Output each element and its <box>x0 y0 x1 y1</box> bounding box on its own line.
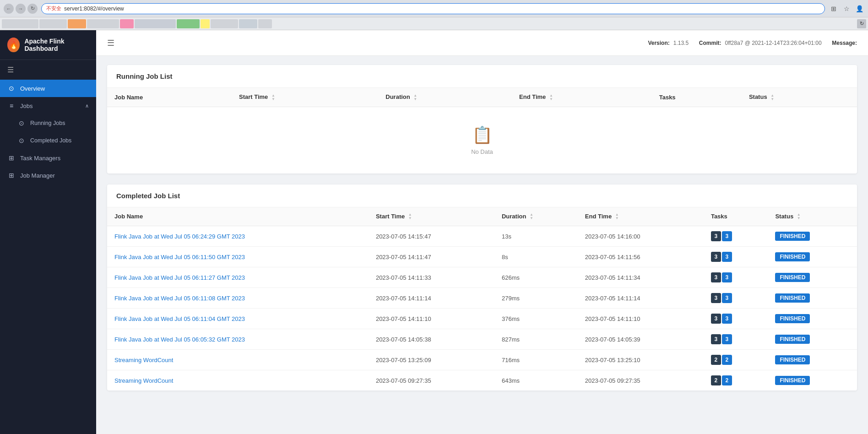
completed-col-duration: Duration ▲▼ <box>494 207 578 226</box>
tasks-cell: 3 3 <box>704 309 768 329</box>
tasks-badge: 3 3 <box>711 314 732 324</box>
extensions-button[interactable]: ⊞ <box>829 4 839 14</box>
toolbar-item-10 <box>239 19 257 28</box>
tasks-cell: 2 2 <box>704 370 768 391</box>
version-label: Version: <box>648 40 669 46</box>
table-row: Streaming WordCount 2023-07-05 13:25:09 … <box>107 350 857 370</box>
status-cell: FINISHED <box>768 226 857 247</box>
job-name-cell: Flink Java Job at Wed Jul 05 06:11:04 GM… <box>107 309 369 329</box>
job-name-link[interactable]: Streaming WordCount <box>114 377 173 384</box>
table-row: Streaming WordCount 2023-07-05 09:27:35 … <box>107 370 857 391</box>
no-data-icon: 📋 <box>125 125 839 145</box>
reload-button[interactable]: ↻ <box>27 4 38 14</box>
toolbar-refresh: ↻ <box>857 19 866 28</box>
job-name-link[interactable]: Flink Java Job at Wed Jul 05 06:11:08 GM… <box>114 295 245 302</box>
running-col-job-name: Job Name <box>107 88 232 107</box>
jobs-submenu: ⊙ Running Jobs ⊙ Completed Jobs <box>0 114 96 149</box>
tasks-cell: 3 3 <box>704 267 768 288</box>
browser-chrome: ← → ↻ 不安全 server1:8082/#/overview ⊞ ☆ 👤 <box>0 0 868 17</box>
status-cell: FINISHED <box>768 247 857 267</box>
end-time-cell: 2023-07-05 14:11:34 <box>578 267 704 288</box>
content-area: Running Job List Job Name Start Time ▲▼ … <box>96 56 868 411</box>
status-cell: FINISHED <box>768 309 857 329</box>
job-name-link[interactable]: Streaming WordCount <box>114 357 173 363</box>
forward-button[interactable]: → <box>16 4 26 14</box>
running-jobs-title: Running Job List <box>107 65 857 88</box>
completed-col-status: Status ▲▼ <box>768 207 857 226</box>
tasks-running: 3 <box>722 231 732 241</box>
job-name-link[interactable]: Flink Java Job at Wed Jul 05 06:05:32 GM… <box>114 336 245 343</box>
main-content: ☰ Version: 1.13.5 Commit: 0ff28a7 @ 2021… <box>96 30 868 434</box>
running-jobs-section: Running Job List Job Name Start Time ▲▼ … <box>107 65 857 174</box>
status-badge: FINISHED <box>775 314 810 323</box>
tasks-badge: 3 3 <box>711 272 732 282</box>
sidebar-item-job-manager[interactable]: ⊞ Job Manager <box>0 167 96 184</box>
completed-jobs-title: Completed Job List <box>107 184 857 207</box>
start-time-cell: 2023-07-05 14:05:38 <box>369 329 494 350</box>
sidebar-item-completed-jobs[interactable]: ⊙ Completed Jobs <box>0 132 96 149</box>
address-bar[interactable]: 不安全 server1:8082/#/overview <box>41 3 825 14</box>
job-name-cell: Flink Java Job at Wed Jul 05 06:24:29 GM… <box>107 226 369 247</box>
profile-button[interactable]: 👤 <box>854 4 864 14</box>
job-name-link[interactable]: Flink Java Job at Wed Jul 05 06:11:50 GM… <box>114 254 245 260</box>
start-time-cell: 2023-07-05 14:11:33 <box>369 267 494 288</box>
status-badge: FINISHED <box>775 232 810 241</box>
start-time-cell: 2023-07-05 14:11:47 <box>369 247 494 267</box>
status-badge: FINISHED <box>775 335 810 344</box>
start-time-cell: 2023-07-05 09:27:35 <box>369 370 494 391</box>
completed-jobs-section: Completed Job List Job Name Start Time ▲… <box>107 184 857 391</box>
sidebar-label-running-jobs: Running Jobs <box>30 120 65 126</box>
start-time-cell: 2023-07-05 14:11:14 <box>369 288 494 309</box>
tasks-cell: 2 2 <box>704 350 768 370</box>
running-col-tasks: Tasks <box>652 88 742 107</box>
tasks-badge: 3 3 <box>711 252 732 262</box>
table-row: Flink Java Job at Wed Jul 05 06:11:50 GM… <box>107 247 857 267</box>
job-name-link[interactable]: Flink Java Job at Wed Jul 05 06:11:27 GM… <box>114 274 245 281</box>
tasks-badge: 2 2 <box>711 355 732 365</box>
url-text: server1:8082/#/overview <box>64 5 124 12</box>
status-badge: FINISHED <box>775 252 810 261</box>
sidebar: 🔥 Apache Flink Dashboard ☰ ⊙ Overview ≡ … <box>0 30 96 434</box>
bookmark-button[interactable]: ☆ <box>841 4 852 14</box>
sidebar-label-task-managers: Task Managers <box>20 155 60 162</box>
tasks-running: 3 <box>722 314 732 324</box>
end-time-cell: 2023-07-05 14:11:10 <box>578 309 704 329</box>
tasks-running: 3 <box>722 293 732 303</box>
running-jobs-icon: ⊙ <box>17 119 26 127</box>
job-name-link[interactable]: Flink Java Job at Wed Jul 05 06:11:04 GM… <box>114 315 245 322</box>
completed-col-tasks: Tasks <box>704 207 768 226</box>
completed-jobs-icon: ⊙ <box>17 137 26 144</box>
menu-toggle[interactable]: ☰ <box>0 60 96 80</box>
browser-nav-buttons: ← → ↻ <box>4 4 38 14</box>
duration-cell: 643ms <box>494 370 578 391</box>
commit-value: 0ff28a7 @ 2021-12-14T23:26:04+01:00 <box>725 40 821 46</box>
start-time-cell: 2023-07-05 14:11:10 <box>369 309 494 329</box>
duration-cell: 827ms <box>494 329 578 350</box>
tasks-total: 3 <box>711 334 721 344</box>
sidebar-item-overview[interactable]: ⊙ Overview <box>0 80 96 97</box>
tasks-running: 3 <box>722 272 732 282</box>
jobs-icon: ≡ <box>7 102 16 109</box>
sidebar-item-running-jobs[interactable]: ⊙ Running Jobs <box>0 114 96 132</box>
status-cell: FINISHED <box>768 288 857 309</box>
end-time-cell: 2023-07-05 09:27:35 <box>578 370 704 391</box>
menu-icon: ☰ <box>107 38 114 48</box>
tasks-total: 2 <box>711 355 721 365</box>
job-name-link[interactable]: Flink Java Job at Wed Jul 05 06:24:29 GM… <box>114 233 245 240</box>
toolbar-item-7 <box>177 19 200 28</box>
running-col-duration: Duration ▲▼ <box>378 88 512 107</box>
duration-cell: 8s <box>494 247 578 267</box>
sidebar-item-jobs[interactable]: ≡ Jobs ∧ <box>0 97 96 114</box>
message-label: Message: <box>832 40 857 46</box>
status-cell: FINISHED <box>768 329 857 350</box>
browser-action-buttons: ⊞ ☆ 👤 <box>829 4 864 14</box>
sidebar-item-task-managers[interactable]: ⊞ Task Managers <box>0 149 96 167</box>
back-button[interactable]: ← <box>4 4 14 14</box>
tasks-running: 2 <box>722 355 732 365</box>
status-badge: FINISHED <box>775 293 810 303</box>
overview-icon: ⊙ <box>7 85 16 92</box>
job-name-cell: Flink Java Job at Wed Jul 05 06:11:50 GM… <box>107 247 369 267</box>
running-jobs-table-container: Job Name Start Time ▲▼ Duration ▲▼ End T… <box>107 88 857 174</box>
completed-col-end-time: End Time ▲▼ <box>578 207 704 226</box>
app-title: Apache Flink Dashboard <box>24 38 89 52</box>
